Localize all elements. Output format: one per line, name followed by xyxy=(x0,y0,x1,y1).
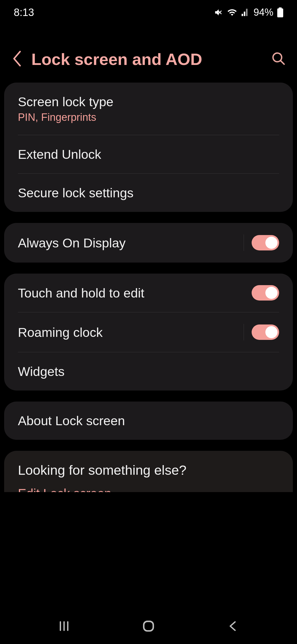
looking-for-card: Looking for something else? Edit Lock sc… xyxy=(4,451,293,492)
row-roaming-clock[interactable]: Roaming clock xyxy=(4,312,293,352)
toggle-knob xyxy=(265,326,277,338)
row-title: Secure lock settings xyxy=(18,185,279,200)
settings-group-aod: Always On Display xyxy=(4,223,293,263)
header: Lock screen and AOD xyxy=(0,41,297,77)
svg-line-3 xyxy=(280,61,284,64)
row-always-on-display[interactable]: Always On Display xyxy=(4,223,293,263)
toggle-separator xyxy=(244,324,244,340)
row-title: Widgets xyxy=(18,364,279,379)
looking-title: Looking for something else? xyxy=(4,451,293,486)
signal-icon xyxy=(241,8,250,17)
row-widgets[interactable]: Widgets xyxy=(4,352,293,391)
row-title: Always On Display xyxy=(18,235,236,250)
battery-percent: 94% xyxy=(254,7,273,18)
svg-rect-0 xyxy=(277,9,283,17)
back-button[interactable] xyxy=(11,50,23,69)
settings-group-edit: Touch and hold to edit Roaming clock Wid… xyxy=(4,274,293,391)
link-edit-lock-screen[interactable]: Edit Lock screen xyxy=(4,486,293,492)
row-title: Roaming clock xyxy=(18,325,236,340)
row-extend-unlock[interactable]: Extend Unlock xyxy=(4,135,293,173)
toggle-roaming-clock[interactable] xyxy=(252,324,279,340)
toggle-knob xyxy=(265,237,277,249)
battery-icon xyxy=(277,7,283,17)
svg-rect-1 xyxy=(279,7,282,9)
page-title: Lock screen and AOD xyxy=(31,50,263,69)
row-secure-lock-settings[interactable]: Secure lock settings xyxy=(4,174,293,212)
toggle-separator xyxy=(244,234,244,251)
search-icon xyxy=(271,51,286,66)
nav-home[interactable] xyxy=(139,619,158,633)
row-title: About Lock screen xyxy=(18,413,279,428)
chevron-left-icon xyxy=(11,50,23,68)
recents-icon xyxy=(58,620,70,632)
mute-icon xyxy=(214,8,223,17)
svg-rect-7 xyxy=(144,621,153,631)
nav-bar xyxy=(0,608,297,644)
toggle-always-on-display[interactable] xyxy=(252,235,279,250)
row-about-lock-screen[interactable]: About Lock screen xyxy=(4,402,293,440)
search-button[interactable] xyxy=(271,51,286,67)
nav-back[interactable] xyxy=(223,620,243,632)
row-screen-lock-type[interactable]: Screen lock type PIN, Fingerprints xyxy=(4,83,293,135)
toggle-knob xyxy=(265,287,277,299)
home-icon xyxy=(141,619,156,633)
row-title: Screen lock type xyxy=(18,94,279,109)
wifi-icon xyxy=(227,7,237,17)
nav-recents[interactable] xyxy=(54,620,74,632)
row-touch-hold-edit[interactable]: Touch and hold to edit xyxy=(4,274,293,312)
row-subtitle: PIN, Fingerprints xyxy=(18,111,279,123)
settings-group-lock: Screen lock type PIN, Fingerprints Exten… xyxy=(4,83,293,212)
settings-group-about: About Lock screen xyxy=(4,402,293,440)
toggle-touch-hold-edit[interactable] xyxy=(252,285,279,301)
status-icons: 94% xyxy=(214,7,283,18)
status-time: 8:13 xyxy=(14,7,34,18)
row-title: Extend Unlock xyxy=(18,147,279,162)
content: Screen lock type PIN, Fingerprints Exten… xyxy=(0,77,297,492)
status-bar: 8:13 94% xyxy=(0,0,297,25)
row-title: Touch and hold to edit xyxy=(18,285,252,301)
back-icon xyxy=(227,620,239,632)
